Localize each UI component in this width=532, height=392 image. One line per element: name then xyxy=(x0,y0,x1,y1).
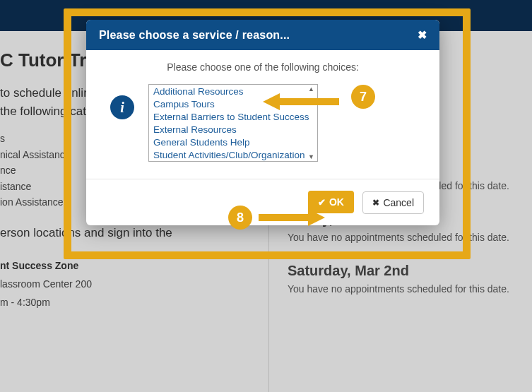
scroll-down-icon[interactable]: ▼ xyxy=(308,153,314,160)
service-reason-modal: Please choose a service / reason... ✖ Pl… xyxy=(86,20,439,225)
select-option[interactable]: Student Activities/Club/Organization xyxy=(149,148,317,161)
info-icon: i xyxy=(110,95,134,119)
select-option[interactable]: External Resources xyxy=(149,123,317,136)
close-icon[interactable]: ✖ xyxy=(418,28,427,42)
ok-button[interactable]: ✔ OK xyxy=(308,191,354,213)
select-option[interactable]: Additional Resources xyxy=(149,85,317,97)
check-icon: ✔ xyxy=(318,197,326,208)
modal-body: Please choose one of the following choic… xyxy=(86,50,439,179)
x-icon: ✖ xyxy=(372,198,379,208)
scroll-up-icon[interactable]: ▲ xyxy=(308,85,314,93)
cancel-button[interactable]: ✖ Cancel xyxy=(362,191,424,214)
modal-footer: ✔ OK ✖ Cancel xyxy=(86,179,439,225)
modal-instruction: Please choose one of the following choic… xyxy=(103,61,422,73)
select-option[interactable]: General Students Help xyxy=(149,136,317,148)
modal-title: Please choose a service / reason... xyxy=(99,29,290,42)
select-option[interactable]: Campus Tours xyxy=(149,97,317,110)
cancel-label: Cancel xyxy=(383,197,414,208)
modal-header: Please choose a service / reason... ✖ xyxy=(86,20,439,50)
service-select[interactable]: ▲ Additional Resources Campus Tours Exte… xyxy=(148,84,318,162)
select-option[interactable]: External Barriers to Student Success xyxy=(149,110,317,123)
ok-label: OK xyxy=(329,196,344,208)
